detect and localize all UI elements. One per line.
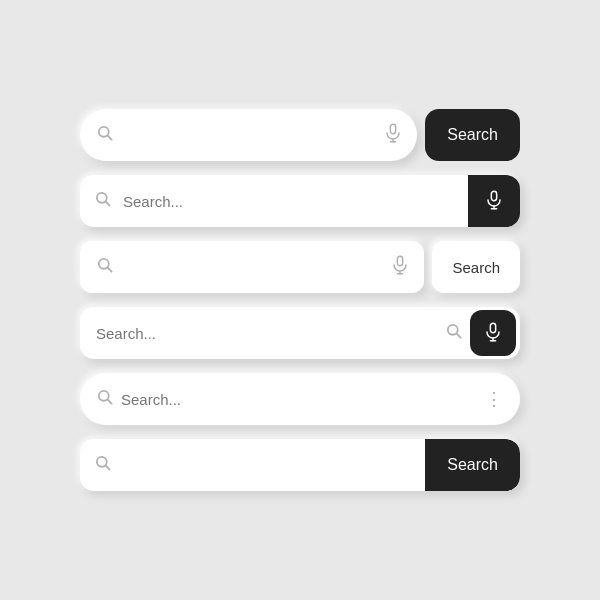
search-bar-3 [80, 241, 424, 293]
search-bar-5: ⋮ [80, 373, 520, 425]
search-row-6: Search [80, 439, 520, 491]
svg-line-21 [108, 400, 112, 404]
mic-button-dark-2[interactable] [468, 175, 520, 227]
mic-icon-3 [392, 255, 408, 280]
search-row-3: Search [80, 241, 520, 293]
search-input-6[interactable] [111, 457, 425, 474]
svg-line-1 [108, 136, 112, 140]
search-bar-4 [80, 307, 520, 359]
search-row-4 [80, 307, 520, 359]
svg-rect-7 [491, 191, 496, 200]
search-input-5[interactable] [121, 391, 485, 408]
search-input-4[interactable] [80, 325, 445, 342]
search-components: Search [60, 89, 540, 511]
search-icon-6 [80, 454, 111, 476]
search-row-1: Search [80, 109, 520, 161]
more-options-icon-5[interactable]: ⋮ [485, 388, 504, 410]
mic-icon-dark-4 [485, 322, 501, 345]
svg-rect-17 [490, 323, 495, 332]
search-input-2[interactable] [111, 193, 468, 210]
search-bar-6: Search [80, 439, 520, 491]
search-bar-1 [80, 109, 417, 161]
search-input-1[interactable] [113, 127, 385, 144]
search-row-5: ⋮ [80, 373, 520, 425]
svg-rect-2 [391, 124, 396, 133]
search-icon-5 [96, 388, 113, 410]
search-icon-2 [80, 190, 111, 212]
mic-icon-1 [385, 123, 401, 148]
svg-line-6 [106, 202, 110, 206]
search-row-2 [80, 175, 520, 227]
search-button-3[interactable]: Search [432, 241, 520, 293]
svg-rect-12 [398, 256, 403, 265]
mic-icon-dark-2 [486, 190, 502, 213]
search-button-1[interactable]: Search [425, 109, 520, 161]
search-icon-3 [96, 256, 113, 278]
search-button-6[interactable]: Search [425, 439, 520, 491]
svg-line-23 [106, 466, 110, 470]
search-bar-2 [80, 175, 520, 227]
svg-line-16 [457, 334, 461, 338]
search-icon-4 [445, 322, 462, 344]
search-icon [96, 124, 113, 146]
svg-line-11 [108, 268, 112, 272]
search-input-3[interactable] [113, 259, 392, 276]
mic-button-dark-round-4[interactable] [470, 310, 516, 356]
